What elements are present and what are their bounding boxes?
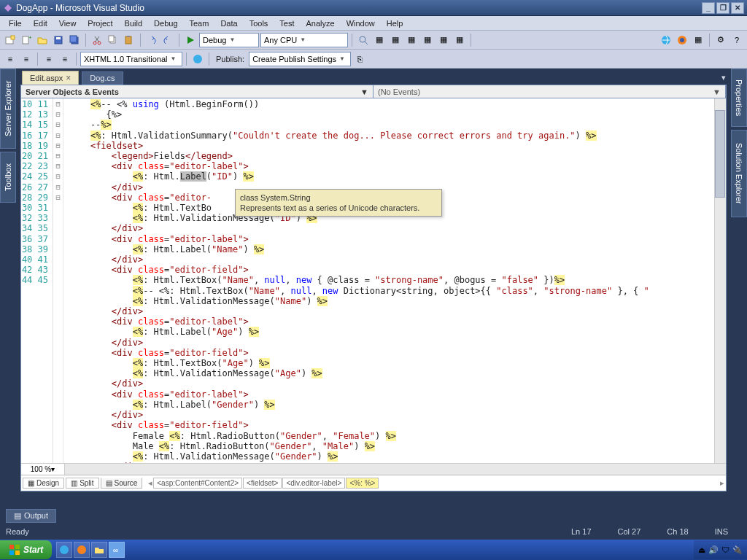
svg-rect-21 [15, 545, 20, 549]
toolbar-icon[interactable]: ▦ [420, 33, 435, 47]
events-dropdown[interactable]: (No Events)▼ [374, 85, 726, 98]
menu-debug[interactable]: Debug [148, 18, 183, 29]
design-view-tab[interactable]: ▦ Design [23, 478, 64, 489]
close-icon[interactable]: × [66, 73, 71, 83]
doctype-combo[interactable]: XHTML 1.0 Transitional▼ [80, 52, 182, 66]
open-icon[interactable] [35, 33, 50, 47]
outdent-icon[interactable]: ≡ [3, 52, 18, 66]
redo-icon[interactable] [160, 33, 175, 47]
solution-explorer-tab[interactable]: Solution Explorer [731, 130, 747, 217]
vs-icon [3, 3, 13, 13]
validate-icon[interactable] [190, 52, 205, 66]
start-debug-button[interactable] [183, 33, 198, 47]
svg-rect-7 [70, 36, 77, 42]
menu-bar: FileEditViewProjectBuildDebugTeamDataToo… [0, 16, 747, 31]
breadcrumb-item[interactable]: <fieldset> [243, 478, 282, 489]
menu-tools[interactable]: Tools [244, 18, 274, 29]
restore-button[interactable]: ❐ [716, 2, 729, 14]
svg-line-15 [365, 42, 368, 44]
comment-icon[interactable]: ≡ [42, 52, 56, 66]
menu-file[interactable]: File [3, 18, 28, 29]
firefox-icon[interactable] [675, 33, 689, 47]
ie-icon[interactable] [659, 33, 673, 47]
svg-point-14 [360, 36, 365, 42]
server-explorer-tab[interactable]: Server Explorer [0, 69, 16, 149]
menu-data[interactable]: Data [214, 18, 243, 29]
window-title: DogApp - Microsoft Visual Studio [16, 3, 144, 13]
breadcrumb-item[interactable]: <asp:Content#Content2> [153, 478, 242, 489]
zoom-level[interactable]: 100 % ▾ [21, 464, 65, 475]
minimize-button[interactable]: _ [702, 2, 715, 14]
taskbar-vs-icon[interactable]: ∞ [109, 542, 125, 558]
system-tray[interactable]: ⏏🔊🛡🔌 [694, 540, 747, 559]
cut-icon[interactable] [90, 33, 104, 47]
find-icon[interactable] [356, 33, 371, 47]
svg-rect-2 [23, 36, 28, 44]
horizontal-scrollbar[interactable]: 100 % ▾ [21, 463, 726, 475]
properties-tab[interactable]: Properties [731, 69, 747, 127]
split-view-tab[interactable]: ▥ Split [66, 478, 98, 489]
toolbar-main: + Debug▼ Any CPU▼ ▦ ▦ ▦ ▦ ▦ ▦ ▦ ⚙ ? [0, 31, 747, 50]
menu-edit[interactable]: Edit [28, 18, 53, 29]
platform-combo[interactable]: Any CPU▼ [260, 33, 348, 47]
toolbar-icon[interactable]: ▦ [436, 33, 451, 47]
toolbox-tab[interactable]: Toolbox [0, 152, 16, 203]
publish-combo[interactable]: Create Publish Settings▼ [249, 52, 351, 66]
menu-window[interactable]: Window [341, 18, 381, 29]
configuration-combo[interactable]: Debug▼ [199, 33, 259, 47]
taskbar-folder-icon[interactable] [91, 542, 107, 558]
start-button[interactable]: Start [0, 540, 52, 559]
menu-project[interactable]: Project [82, 18, 118, 29]
code-text-area[interactable]: <%-- <% using (Html.BeginForm()) {%> --%… [63, 98, 714, 463]
svg-rect-13 [127, 36, 130, 37]
vertical-scrollbar[interactable] [714, 98, 726, 463]
add-item-icon[interactable]: + [19, 33, 34, 47]
menu-analyze[interactable]: Analyze [301, 18, 341, 29]
fold-gutter[interactable]: ⊟ ⊟ ⊟ ⊟ ⊟ ⊟ ⊟ ⊟ ⊟ ⊟ [53, 98, 63, 463]
menu-view[interactable]: View [53, 18, 82, 29]
save-all-icon[interactable] [67, 33, 82, 47]
object-dropdown[interactable]: Server Objects & Events▼ [21, 85, 374, 98]
toolbar-icon[interactable]: ▦ [372, 33, 387, 47]
save-icon[interactable] [51, 33, 66, 47]
output-tab[interactable]: ▤ Output [6, 509, 56, 523]
tab-dropdown-icon[interactable]: ▾ [716, 70, 731, 85]
file-tab[interactable]: Dog.cs [82, 71, 123, 85]
close-button[interactable]: ✕ [731, 2, 744, 14]
publish-button-icon[interactable]: ⎘ [352, 52, 367, 66]
intellisense-tooltip: class System.String Represents text as a… [235, 189, 442, 217]
settings-icon[interactable]: ⚙ [713, 33, 728, 47]
file-tab-active[interactable]: Edit.aspx× [22, 71, 79, 85]
indent-icon[interactable]: ≡ [19, 52, 34, 66]
paste-icon[interactable] [122, 33, 136, 47]
source-view-tab[interactable]: ▤ Source [101, 478, 143, 489]
status-ch: Ch 18 [654, 527, 701, 536]
toolbar-icon[interactable]: ▦ [691, 33, 705, 47]
taskbar-firefox-icon[interactable] [74, 542, 90, 558]
svg-rect-11 [109, 36, 114, 42]
menu-build[interactable]: Build [119, 18, 148, 29]
uncomment-icon[interactable]: ≡ [58, 52, 72, 66]
svg-text:+: + [28, 35, 31, 41]
toolbar-icon[interactable]: ▦ [452, 33, 467, 47]
svg-point-19 [193, 55, 202, 63]
status-col: Col 27 [605, 527, 654, 536]
menu-help[interactable]: Help [381, 18, 409, 29]
toolbar-icon[interactable]: ▦ [404, 33, 419, 47]
svg-rect-12 [125, 36, 131, 44]
menu-test[interactable]: Test [274, 18, 300, 29]
taskbar-ie-icon[interactable] [56, 542, 72, 558]
svg-point-25 [77, 545, 86, 554]
status-bar: Ready Ln 17 Col 27 Ch 18 INS [0, 524, 747, 540]
menu-team[interactable]: Team [184, 18, 215, 29]
publish-label: Publish: [213, 55, 247, 63]
file-tab-strip: Edit.aspx× Dog.cs ▾ [16, 69, 731, 85]
breadcrumb-item[interactable]: <%: %> [346, 478, 379, 489]
new-project-icon[interactable] [3, 33, 18, 47]
undo-icon[interactable] [144, 33, 159, 47]
toolbar-icon[interactable]: ▦ [388, 33, 403, 47]
breadcrumb-item[interactable]: <div.editor-label> [282, 478, 345, 489]
help-icon[interactable]: ? [729, 33, 744, 47]
title-bar: DogApp - Microsoft Visual Studio _ ❐ ✕ [0, 0, 747, 16]
copy-icon[interactable] [106, 33, 120, 47]
